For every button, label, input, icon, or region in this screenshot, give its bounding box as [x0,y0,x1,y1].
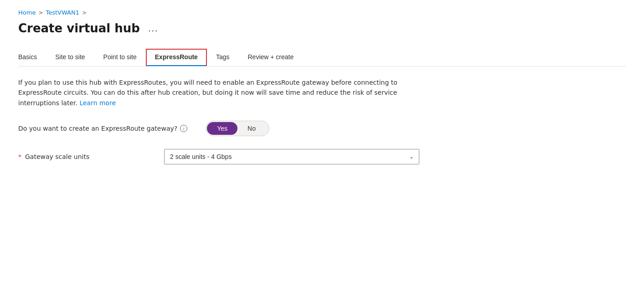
ellipsis-button[interactable]: ... [145,22,161,35]
breadcrumb: Home > TestVWAN1 > [18,9,626,16]
gateway-scale-dropdown-container: 1 scale unit - 2 Gbps 2 scale units - 4 … [164,149,419,164]
breadcrumb-vwan[interactable]: TestVWAN1 [46,9,79,16]
required-star: * [18,153,21,160]
breadcrumb-home[interactable]: Home [18,9,36,16]
gateway-toggle-row: Do you want to create an ExpressRoute ga… [18,121,626,136]
gateway-scale-select[interactable]: 1 scale unit - 2 Gbps 2 scale units - 4 … [164,149,419,164]
gateway-question-label: Do you want to create an ExpressRoute ga… [18,125,187,132]
breadcrumb-sep-1: > [38,10,43,16]
tab-site-to-site[interactable]: Site to site [46,49,94,66]
form-section: Do you want to create an ExpressRoute ga… [18,121,626,164]
tab-tags[interactable]: Tags [207,49,239,66]
tab-review-create[interactable]: Review + create [239,49,303,66]
tab-point-to-site[interactable]: Point to site [94,49,146,66]
gateway-scale-row: * Gateway scale units 1 scale unit - 2 G… [18,149,626,164]
page-header: Create virtual hub ... [18,21,626,35]
page-title: Create virtual hub [18,21,140,35]
page-container: Home > TestVWAN1 > Create virtual hub ..… [0,0,644,174]
breadcrumb-sep-2: > [82,10,87,16]
tab-basics[interactable]: Basics [18,49,46,66]
description-body: If you plan to use this hub with Express… [18,79,397,107]
tabs-container: Basics Site to site Point to site Expres… [18,49,626,66]
gateway-scale-label: * Gateway scale units [18,153,146,160]
tab-expressroute[interactable]: ExpressRoute [146,49,207,66]
description-text: If you plan to use this hub with Express… [18,77,410,108]
info-icon[interactable]: i [180,125,187,132]
toggle-no-button[interactable]: No [237,122,266,135]
learn-more-link[interactable]: Learn more [79,99,116,107]
yes-no-toggle[interactable]: Yes No [206,121,269,136]
toggle-yes-button[interactable]: Yes [207,122,237,135]
